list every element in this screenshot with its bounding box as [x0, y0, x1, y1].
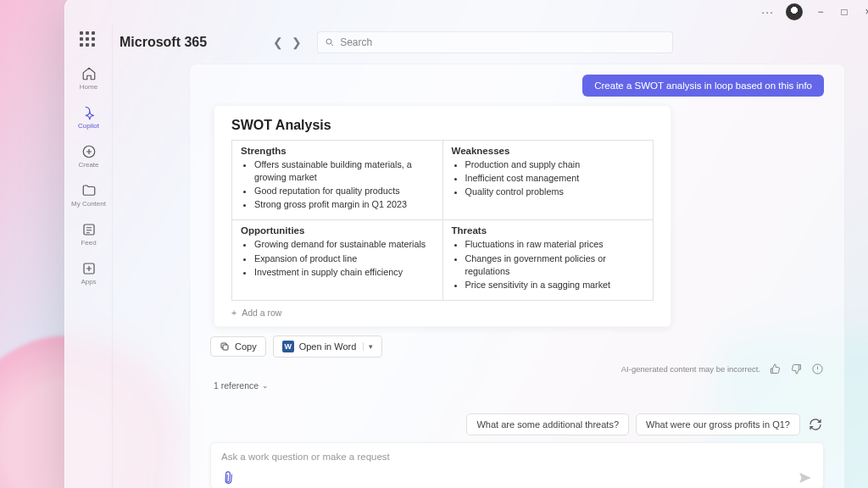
list-item: Strong gross profit margin in Q1 2023	[254, 198, 434, 211]
references-toggle[interactable]: 1 reference ⌄	[214, 380, 824, 391]
brand-label: Microsoft 365	[120, 35, 207, 50]
rail-label-feed: Feed	[81, 239, 96, 247]
flag-icon[interactable]	[811, 363, 824, 375]
chevron-down-icon[interactable]: ▾	[363, 342, 373, 351]
titlebar: ··· − □ ×	[65, 0, 868, 25]
rail-item-copilot[interactable]: Copilot	[70, 101, 108, 133]
rail-label-mycontent: My Content	[71, 200, 106, 208]
window-maximize[interactable]: □	[838, 6, 850, 18]
apps-icon	[81, 260, 97, 277]
strengths-list: Offers sustainable building materials, a…	[241, 158, 434, 211]
add-row-button[interactable]: + Add a row	[231, 308, 654, 318]
app-launcher-icon[interactable]	[80, 31, 98, 50]
rail-item-home[interactable]: Home	[70, 62, 108, 94]
window-minimize[interactable]: −	[815, 6, 826, 18]
search-icon	[325, 37, 335, 47]
search-placeholder: Search	[340, 36, 372, 48]
rail-label-create: Create	[78, 161, 98, 169]
list-item: Quality control problems	[465, 186, 645, 198]
rail-label-copilot: Copilot	[78, 122, 99, 130]
response-card: SWOT Analysis Strengths Offers sustainab…	[214, 105, 671, 327]
rail-item-apps[interactable]: Apps	[70, 257, 108, 289]
thumbs-down-icon[interactable]	[790, 363, 803, 375]
action-row: Copy W Open in Word ▾	[210, 336, 824, 358]
open-in-word-button[interactable]: W Open in Word ▾	[273, 336, 383, 358]
app-window: ··· − □ × Home Copilot	[64, 0, 868, 488]
chat-input[interactable]: Ask a work question or make a request	[210, 442, 824, 488]
rail-item-feed[interactable]: Feed	[70, 218, 108, 250]
threats-list: Fluctuations in raw material prices Chan…	[452, 238, 645, 291]
suggestion-chip[interactable]: What were our gross profits in Q1?	[636, 413, 800, 435]
list-item: Production and supply chain	[465, 158, 645, 171]
feed-icon	[81, 221, 97, 238]
copy-button[interactable]: Copy	[210, 336, 266, 357]
list-item: Expansion of product line	[254, 252, 434, 265]
more-icon[interactable]: ···	[761, 5, 774, 19]
chat-panel: Create a SWOT analysis in loop based on …	[189, 64, 845, 488]
window-close[interactable]: ×	[862, 6, 868, 18]
search-input[interactable]: Search	[317, 31, 673, 53]
weaknesses-heading: Weaknesses	[452, 146, 645, 156]
threats-heading: Threats	[452, 225, 645, 236]
word-icon: W	[282, 341, 294, 352]
rail-label-apps: Apps	[81, 278, 96, 286]
input-placeholder: Ask a work question or make a request	[221, 452, 390, 462]
rail-label-home: Home	[80, 83, 97, 91]
swot-table: Strengths Offers sustainable building ma…	[231, 140, 654, 301]
opportunities-list: Growing demand for sustainable materials…	[241, 238, 434, 278]
folder-icon	[81, 182, 97, 199]
left-rail: Home Copilot Create My Content	[65, 25, 113, 488]
nav-back[interactable]: ❮	[273, 36, 283, 49]
suggestions-row: What are some additional threats? What w…	[210, 410, 824, 442]
avatar[interactable]	[786, 3, 803, 20]
list-item: Offers sustainable building materials, a…	[254, 158, 434, 184]
attach-icon[interactable]	[219, 469, 238, 488]
list-item: Good reputation for quality products	[254, 185, 434, 197]
list-item: Price sensitivity in a sagging market	[465, 279, 645, 291]
rail-item-create[interactable]: Create	[70, 140, 108, 172]
svg-point-3	[326, 39, 331, 44]
chevron-down-icon: ⌄	[262, 381, 269, 390]
list-item: Growing demand for sustainable materials	[254, 238, 434, 251]
disclaimer-text: AI-generated content may be incorrect.	[621, 364, 760, 374]
list-item: Inefficient cost management	[465, 172, 645, 185]
create-icon	[81, 143, 97, 160]
strengths-heading: Strengths	[241, 146, 434, 156]
list-item: Changes in government policies or regula…	[465, 252, 645, 278]
list-item: Fluctuations in raw material prices	[465, 238, 645, 251]
copilot-icon	[81, 104, 97, 121]
thumbs-up-icon[interactable]	[769, 363, 782, 375]
weaknesses-list: Production and supply chain Inefficient …	[452, 158, 645, 198]
header: Microsoft 365 ❮ ❯ Search	[113, 25, 868, 60]
refresh-icon[interactable]	[807, 418, 824, 431]
copy-icon	[220, 341, 230, 352]
home-icon	[81, 65, 97, 82]
nav-forward[interactable]: ❯	[292, 36, 302, 49]
send-icon[interactable]	[798, 470, 813, 485]
svg-rect-4	[223, 345, 228, 350]
opportunities-heading: Opportunities	[241, 225, 434, 236]
card-title: SWOT Analysis	[231, 118, 654, 133]
list-item: Investment in supply chain efficiency	[254, 266, 434, 279]
user-message: Create a SWOT analysis in loop based on …	[582, 75, 824, 97]
rail-item-mycontent[interactable]: My Content	[70, 179, 108, 211]
plus-icon: +	[231, 308, 236, 318]
suggestion-chip[interactable]: What are some additional threats?	[466, 413, 629, 435]
